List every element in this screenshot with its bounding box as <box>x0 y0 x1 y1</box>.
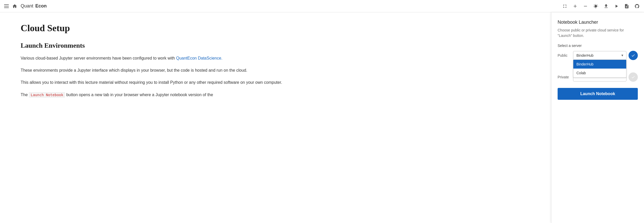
launcher-title: Notebook Launcher <box>558 20 638 25</box>
launch-notebook-button[interactable]: Launch Notebook <box>558 88 638 100</box>
home-icon[interactable] <box>12 3 18 9</box>
public-server-select[interactable]: BinderHub Colab <box>573 51 626 60</box>
public-confirm-button[interactable] <box>629 51 638 60</box>
github-icon[interactable] <box>634 3 640 9</box>
quantecon-link[interactable]: QuantEcon DataScience. <box>176 56 223 60</box>
download-icon[interactable] <box>603 3 609 9</box>
brand-text-bold: Econ <box>35 3 47 9</box>
main-content: Cloud Setup Launch Environments Various … <box>0 12 644 223</box>
paragraph-2: These environments provide a Jupyter int… <box>21 67 531 74</box>
toolbar-left: QuantEcon <box>4 3 559 9</box>
inline-code: Launch Notebook <box>29 92 65 97</box>
select-server-label: Select a server <box>558 44 638 48</box>
zoom-out-icon[interactable] <box>583 3 588 9</box>
section-heading: Launch Environments <box>21 42 531 49</box>
public-server-row: Public BinderHub Colab ▼ BinderHub Colab <box>558 51 638 60</box>
paragraph-1: Various cloud-based Jupyter server envir… <box>21 55 531 62</box>
play-icon[interactable] <box>614 3 619 9</box>
public-select-wrapper: BinderHub Colab ▼ BinderHub Colab <box>573 51 626 60</box>
content-area: Cloud Setup Launch Environments Various … <box>0 12 551 223</box>
page-title: Cloud Setup <box>21 23 531 34</box>
launcher-description: Choose public or private cloud service f… <box>558 28 638 38</box>
fullscreen-icon[interactable] <box>562 3 568 9</box>
menu-icon[interactable] <box>4 4 9 8</box>
toolbar-right <box>562 3 640 9</box>
private-label: Private <box>558 75 571 79</box>
server-dropdown: BinderHub Colab <box>573 60 626 78</box>
paragraph-3: This allows you to interact with this le… <box>21 79 531 86</box>
file-icon[interactable] <box>624 3 630 9</box>
dropdown-item-binderhub[interactable]: BinderHub <box>573 60 626 69</box>
sun-icon[interactable] <box>593 3 599 9</box>
brand-logo: QuantEcon <box>21 3 47 9</box>
public-label: Public <box>558 53 571 57</box>
brand-text-normal: Quant <box>21 3 33 9</box>
toolbar: QuantEcon <box>0 0 644 12</box>
dropdown-item-colab[interactable]: Colab <box>573 69 626 77</box>
zoom-in-icon[interactable] <box>572 3 578 9</box>
launcher-panel: Notebook Launcher Choose public or priva… <box>551 12 644 223</box>
private-confirm-button[interactable] <box>629 72 638 82</box>
paragraph-4: The Launch Notebook button opens a new t… <box>21 91 531 98</box>
